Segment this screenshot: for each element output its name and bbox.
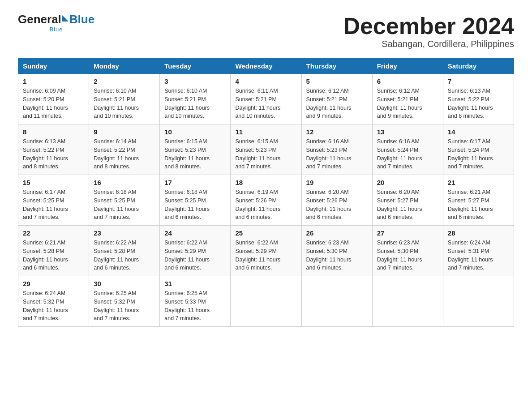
page-header: General Blue Blue December 2024 Sabangan… [18,13,514,49]
day-number: 14 [448,128,509,136]
calendar-header-monday: Monday [89,59,160,74]
calendar-cell: 28 Sunrise: 6:24 AM Sunset: 5:31 PM Dayl… [443,226,514,276]
day-number: 19 [306,179,368,186]
day-number: 31 [164,280,226,287]
day-number: 7 [448,77,509,85]
calendar-cell: 9 Sunrise: 6:14 AM Sunset: 5:22 PM Dayli… [89,124,160,175]
calendar-cell: 18 Sunrise: 6:19 AM Sunset: 5:26 PM Dayl… [231,175,301,226]
day-number: 10 [164,128,226,136]
logo-blue-text: Blue [69,13,94,25]
calendar-week-row: 22 Sunrise: 6:21 AM Sunset: 5:28 PM Dayl… [18,226,514,276]
calendar-cell: 25 Sunrise: 6:22 AM Sunset: 5:29 PM Dayl… [231,226,301,276]
calendar-cell [372,276,443,327]
calendar-cell: 2 Sunrise: 6:10 AM Sunset: 5:21 PM Dayli… [89,74,160,124]
day-info: Sunrise: 6:13 AM Sunset: 5:22 PM Dayligh… [23,137,84,171]
month-title: December 2024 [343,13,514,39]
day-number: 20 [377,179,438,186]
day-info: Sunrise: 6:22 AM Sunset: 5:28 PM Dayligh… [94,239,155,272]
logo-arrow-icon [62,15,69,21]
day-info: Sunrise: 6:18 AM Sunset: 5:25 PM Dayligh… [164,188,226,222]
day-number: 4 [235,77,296,85]
calendar-cell: 23 Sunrise: 6:22 AM Sunset: 5:28 PM Dayl… [89,226,160,276]
day-info: Sunrise: 6:20 AM Sunset: 5:26 PM Dayligh… [306,188,368,222]
day-number: 6 [377,77,438,85]
calendar-week-row: 8 Sunrise: 6:13 AM Sunset: 5:22 PM Dayli… [18,124,514,175]
calendar-cell [443,276,514,327]
calendar-cell: 15 Sunrise: 6:17 AM Sunset: 5:25 PM Dayl… [18,175,89,226]
calendar-cell: 20 Sunrise: 6:20 AM Sunset: 5:27 PM Dayl… [372,175,443,226]
day-number: 26 [306,229,368,237]
calendar-week-row: 1 Sunrise: 6:09 AM Sunset: 5:20 PM Dayli… [18,74,514,124]
day-info: Sunrise: 6:22 AM Sunset: 5:29 PM Dayligh… [235,239,296,272]
calendar-week-row: 15 Sunrise: 6:17 AM Sunset: 5:25 PM Dayl… [18,175,514,226]
day-number: 30 [94,280,155,287]
calendar-cell: 22 Sunrise: 6:21 AM Sunset: 5:28 PM Dayl… [18,226,89,276]
calendar-cell: 24 Sunrise: 6:22 AM Sunset: 5:29 PM Dayl… [160,226,231,276]
calendar-cell: 6 Sunrise: 6:12 AM Sunset: 5:21 PM Dayli… [372,74,443,124]
day-number: 5 [306,77,368,85]
day-info: Sunrise: 6:17 AM Sunset: 5:25 PM Dayligh… [23,188,84,222]
day-number: 29 [23,280,84,287]
day-info: Sunrise: 6:20 AM Sunset: 5:27 PM Dayligh… [377,188,438,222]
day-number: 23 [94,229,155,237]
calendar-cell [301,276,372,327]
calendar-cell: 5 Sunrise: 6:12 AM Sunset: 5:21 PM Dayli… [301,74,372,124]
day-number: 11 [235,128,296,136]
calendar-cell: 27 Sunrise: 6:23 AM Sunset: 5:30 PM Dayl… [372,226,443,276]
logo-tagline: Blue [18,26,94,33]
day-number: 9 [94,128,155,136]
day-info: Sunrise: 6:22 AM Sunset: 5:29 PM Dayligh… [164,239,226,272]
logo: General Blue Blue [18,13,94,33]
day-info: Sunrise: 6:12 AM Sunset: 5:21 PM Dayligh… [306,87,368,120]
calendar-cell: 17 Sunrise: 6:18 AM Sunset: 5:25 PM Dayl… [160,175,231,226]
calendar-cell: 21 Sunrise: 6:21 AM Sunset: 5:27 PM Dayl… [443,175,514,226]
calendar-header-wednesday: Wednesday [231,59,301,74]
calendar-header-friday: Friday [372,59,443,74]
calendar-cell: 1 Sunrise: 6:09 AM Sunset: 5:20 PM Dayli… [18,74,89,124]
calendar-table: SundayMondayTuesdayWednesdayThursdayFrid… [18,58,514,327]
day-info: Sunrise: 6:19 AM Sunset: 5:26 PM Dayligh… [235,188,296,222]
calendar-cell: 14 Sunrise: 6:17 AM Sunset: 5:24 PM Dayl… [443,124,514,175]
day-number: 13 [377,128,438,136]
day-info: Sunrise: 6:24 AM Sunset: 5:32 PM Dayligh… [23,289,84,323]
day-info: Sunrise: 6:10 AM Sunset: 5:21 PM Dayligh… [164,87,226,120]
day-number: 24 [164,229,226,237]
day-info: Sunrise: 6:18 AM Sunset: 5:25 PM Dayligh… [94,188,155,222]
day-info: Sunrise: 6:16 AM Sunset: 5:23 PM Dayligh… [306,137,368,171]
day-info: Sunrise: 6:09 AM Sunset: 5:20 PM Dayligh… [23,87,84,120]
day-number: 17 [164,179,226,186]
day-info: Sunrise: 6:10 AM Sunset: 5:21 PM Dayligh… [94,87,155,120]
day-number: 3 [164,77,226,85]
calendar-header-thursday: Thursday [301,59,372,74]
day-number: 16 [94,179,155,186]
calendar-cell: 19 Sunrise: 6:20 AM Sunset: 5:26 PM Dayl… [301,175,372,226]
day-number: 12 [306,128,368,136]
title-block: December 2024 Sabangan, Cordillera, Phil… [343,13,514,49]
day-number: 27 [377,229,438,237]
day-info: Sunrise: 6:25 AM Sunset: 5:32 PM Dayligh… [94,289,155,323]
day-info: Sunrise: 6:12 AM Sunset: 5:21 PM Dayligh… [377,87,438,120]
logo-general-text: General [18,13,61,25]
calendar-header-sunday: Sunday [18,59,89,74]
day-info: Sunrise: 6:15 AM Sunset: 5:23 PM Dayligh… [164,137,226,171]
day-info: Sunrise: 6:11 AM Sunset: 5:21 PM Dayligh… [235,87,296,120]
day-number: 21 [448,179,509,186]
day-info: Sunrise: 6:21 AM Sunset: 5:27 PM Dayligh… [448,188,509,222]
location-subtitle: Sabangan, Cordillera, Philippines [343,39,514,49]
day-info: Sunrise: 6:25 AM Sunset: 5:33 PM Dayligh… [164,289,226,323]
day-number: 25 [235,229,296,237]
calendar-cell: 12 Sunrise: 6:16 AM Sunset: 5:23 PM Dayl… [301,124,372,175]
day-info: Sunrise: 6:23 AM Sunset: 5:30 PM Dayligh… [377,239,438,272]
calendar-cell: 13 Sunrise: 6:16 AM Sunset: 5:24 PM Dayl… [372,124,443,175]
day-info: Sunrise: 6:17 AM Sunset: 5:24 PM Dayligh… [448,137,509,171]
day-number: 8 [23,128,84,136]
day-number: 22 [23,229,84,237]
calendar-header-tuesday: Tuesday [160,59,231,74]
calendar-header-saturday: Saturday [443,59,514,74]
day-info: Sunrise: 6:21 AM Sunset: 5:28 PM Dayligh… [23,239,84,272]
calendar-cell: 16 Sunrise: 6:18 AM Sunset: 5:25 PM Dayl… [89,175,160,226]
day-number: 28 [448,229,509,237]
calendar-cell: 26 Sunrise: 6:23 AM Sunset: 5:30 PM Dayl… [301,226,372,276]
calendar-cell: 29 Sunrise: 6:24 AM Sunset: 5:32 PM Dayl… [18,276,89,327]
calendar-week-row: 29 Sunrise: 6:24 AM Sunset: 5:32 PM Dayl… [18,276,514,327]
